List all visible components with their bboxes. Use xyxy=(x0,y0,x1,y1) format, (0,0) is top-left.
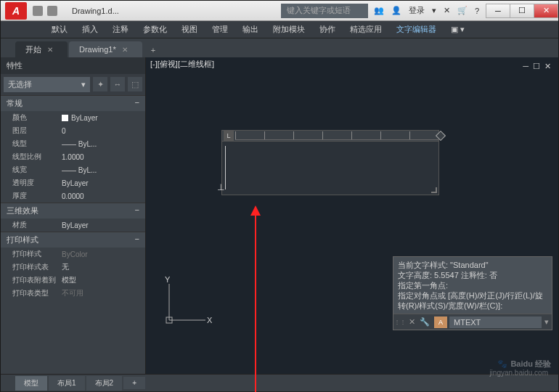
ribbon-tab[interactable]: 注释 xyxy=(105,21,136,38)
property-row[interactable]: 线宽—— ByL... xyxy=(1,163,145,176)
ribbon-tab[interactable]: 参数化 xyxy=(136,21,174,38)
collapse-icon: − xyxy=(135,98,139,109)
property-value[interactable]: ByLayer xyxy=(59,113,145,123)
select-icon[interactable]: ↔ xyxy=(110,77,125,91)
property-label: 线型比例 xyxy=(1,152,59,162)
ribbon-overflow-icon[interactable]: ▣ ▾ xyxy=(444,21,472,38)
ribbon-tab[interactable]: 管理 xyxy=(205,21,235,38)
ribbon-tab[interactable]: 精选应用 xyxy=(343,21,389,38)
people-icon[interactable]: 👥 xyxy=(374,6,384,15)
property-row[interactable]: 图层0 xyxy=(1,124,145,137)
cart-icon[interactable]: 🛒 xyxy=(457,6,468,15)
property-row[interactable]: 颜色 ByLayer xyxy=(1,111,145,124)
minimize-button[interactable]: ─ xyxy=(486,4,510,18)
quick-select-icon[interactable]: ✦ xyxy=(93,77,107,91)
ruler-tab-icon[interactable]: L xyxy=(224,131,234,141)
property-value[interactable]: 0.0000 xyxy=(59,191,145,201)
ribbon-tab[interactable]: 插入 xyxy=(75,21,105,38)
app-logo[interactable]: A xyxy=(5,2,27,20)
close-cmd-icon[interactable]: ✕ xyxy=(407,317,417,327)
command-input[interactable]: MTEXT xyxy=(449,317,542,328)
vp-minimize-icon[interactable]: ─ xyxy=(523,62,529,71)
property-value[interactable]: 1.0000 xyxy=(59,152,145,162)
cmd-dropdown-icon[interactable]: ▾ xyxy=(542,317,552,327)
property-row[interactable]: 线型—— ByL... xyxy=(1,137,145,150)
resize-handle-icon[interactable] xyxy=(431,187,437,193)
view-label[interactable]: [-][俯视][二维线框] xyxy=(150,59,214,70)
property-row[interactable]: 打印样式表无 xyxy=(1,261,145,274)
selection-row: 无选择▾ ✦ ↔ ⬚ xyxy=(1,74,145,95)
vp-close-icon[interactable]: ✕ xyxy=(544,62,551,71)
svg-text:X: X xyxy=(207,316,213,324)
ribbon-tab[interactable]: 附加模块 xyxy=(266,21,312,38)
property-value[interactable]: 无 xyxy=(59,262,145,272)
dropdown-icon[interactable]: ▾ xyxy=(432,6,436,15)
ribbon-tab[interactable]: 输出 xyxy=(235,21,266,38)
grip-icon[interactable]: ⋮⋮ xyxy=(393,319,407,325)
text-ruler[interactable]: L xyxy=(221,130,439,142)
document-tab[interactable]: 开始✕ xyxy=(15,41,68,57)
property-label: 打印表附着到 xyxy=(1,275,59,285)
ribbon-tab[interactable]: 视图 xyxy=(174,21,205,38)
ribbon-tab[interactable]: 文字编辑器 xyxy=(389,21,444,38)
property-label: 打印表类型 xyxy=(1,288,59,298)
property-row[interactable]: 打印表类型不可用 xyxy=(1,287,145,300)
search-input[interactable]: 键入关键字或短语 xyxy=(281,4,368,18)
property-row[interactable]: 材质ByLayer xyxy=(1,219,145,232)
property-value[interactable]: 模型 xyxy=(59,275,145,285)
help-icon[interactable]: ? xyxy=(475,7,479,15)
ribbon-tab[interactable]: 默认 xyxy=(44,21,75,38)
watermark-url: jingyan.baidu.com xyxy=(489,369,548,377)
drawing-canvas[interactable]: [-][俯视][二维线框] ─ ☐ ✕ L ⊥ xyxy=(146,57,558,374)
user-icon[interactable]: 👤 xyxy=(391,6,401,15)
close-button[interactable]: ✕ xyxy=(534,4,558,18)
annotation-arrow xyxy=(255,210,256,392)
exchange-icon[interactable]: ✕ xyxy=(444,6,450,15)
login-link[interactable]: 登录 xyxy=(409,5,425,16)
selection-combo[interactable]: 无选择▾ xyxy=(4,77,90,92)
property-section-header[interactable]: 常规− xyxy=(1,95,145,111)
tab-close-icon[interactable]: ✕ xyxy=(47,46,53,54)
text-input-area[interactable] xyxy=(221,142,439,195)
quick-access-toolbar xyxy=(33,6,57,16)
property-row[interactable]: 透明度ByLayer xyxy=(1,176,145,189)
layout-tab[interactable]: 布局2 xyxy=(86,376,123,391)
command-line: 文字高度: 5.5547 注释性: 否 xyxy=(398,270,547,280)
pick-icon[interactable]: ⬚ xyxy=(128,77,142,91)
layout-tab[interactable]: 布局1 xyxy=(49,376,85,391)
property-row[interactable]: 线型比例1.0000 xyxy=(1,150,145,163)
property-value[interactable]: ByLayer xyxy=(59,178,145,188)
property-value[interactable]: 不可用 xyxy=(59,288,145,298)
ucs-icon: X Y xyxy=(162,277,213,327)
qat-button[interactable] xyxy=(47,6,57,16)
add-layout-button[interactable]: + xyxy=(123,377,145,389)
property-row[interactable]: 厚度0.0000 xyxy=(1,189,145,203)
property-row[interactable]: 打印样式ByColor xyxy=(1,248,145,261)
ribbon-tab[interactable]: 协作 xyxy=(312,21,343,38)
window-title: Drawing1.d... xyxy=(72,7,119,15)
new-tab-button[interactable]: + xyxy=(144,43,163,57)
qat-button[interactable] xyxy=(33,6,43,16)
property-value[interactable]: ByLayer xyxy=(59,220,145,230)
property-section-header[interactable]: 三维效果− xyxy=(1,203,145,219)
vp-maximize-icon[interactable]: ☐ xyxy=(533,62,540,71)
section-name: 打印样式 xyxy=(7,234,38,245)
properties-panel: 特性 无选择▾ ✦ ↔ ⬚ 常规−颜色 ByLayer图层0线型—— ByL..… xyxy=(1,57,146,374)
search-placeholder: 键入关键字或短语 xyxy=(287,5,351,16)
property-value[interactable]: —— ByL... xyxy=(59,139,145,149)
property-row[interactable]: 打印表附着到模型 xyxy=(1,274,145,287)
property-value[interactable]: 0 xyxy=(59,126,145,136)
layout-tab[interactable]: 模型 xyxy=(15,376,47,391)
tab-close-icon[interactable]: ✕ xyxy=(122,46,128,54)
property-section-header[interactable]: 打印样式− xyxy=(1,232,145,248)
collapse-icon: − xyxy=(135,205,139,216)
property-value[interactable]: —— ByL... xyxy=(59,165,145,175)
ribbon-tabs: 默认插入注释参数化视图管理输出附加模块协作精选应用文字编辑器▣ ▾ xyxy=(1,21,558,38)
document-tab[interactable]: Drawing1*✕ xyxy=(69,41,142,57)
title-actions: 👥 👤 登录 ▾ ✕ 🛒 ? xyxy=(374,5,479,16)
annotation-arrowhead xyxy=(250,205,261,216)
property-value[interactable]: ByColor xyxy=(59,249,145,259)
maximize-button[interactable]: ☐ xyxy=(510,4,534,18)
wrench-icon[interactable]: 🔧 xyxy=(417,317,432,327)
mtext-editor[interactable]: L ⊥ xyxy=(221,130,439,195)
